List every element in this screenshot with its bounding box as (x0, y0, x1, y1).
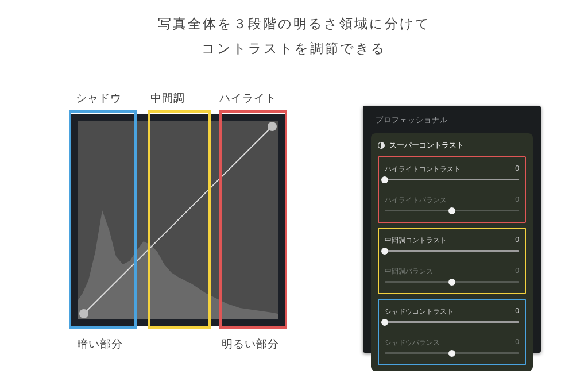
shadow-contrast-slider[interactable] (385, 321, 519, 323)
midtone-contrast-slider[interactable] (385, 250, 519, 252)
highlight-balance-value: 0 (515, 195, 519, 205)
contrast-icon (378, 142, 385, 149)
midtone-contrast-knob[interactable] (381, 248, 388, 255)
highlight-region-label: ハイライト (219, 91, 277, 106)
midtone-contrast-label: 中間調コントラスト (385, 236, 447, 245)
highlight-balance-slider[interactable] (385, 210, 519, 211)
shadow-contrast-label: シャドウコントラスト (385, 307, 454, 317)
shadow-balance-knob[interactable] (448, 350, 455, 357)
shadow-region-box (69, 110, 137, 329)
panel-header: プロフェッショナル (366, 115, 537, 133)
highlight-balance-label: ハイライトバランス (385, 195, 447, 205)
region-labels-bottom: 暗い部分 明るい部分 (69, 337, 287, 352)
highlight-contrast-value: 0 (515, 164, 519, 174)
midtone-contrast-value: 0 (515, 236, 519, 245)
super-contrast-section: スーパーコントラスト ハイライトコントラスト 0 ハイライトバランス 0 (371, 133, 533, 371)
dark-caption: 暗い部分 (77, 337, 123, 352)
headline-line-1: 写真全体を３段階の明るさ領域に分けて (0, 11, 588, 36)
headline-line-2: コントラストを調節できる (0, 36, 588, 61)
midtone-balance-slider[interactable] (385, 281, 519, 283)
highlight-balance-knob[interactable] (448, 207, 455, 214)
midtone-contrast-row: 中間調コントラスト 0 (381, 231, 523, 262)
bright-caption: 明るい部分 (222, 337, 279, 352)
shadow-contrast-row: シャドウコントラスト 0 (381, 302, 523, 333)
midtone-balance-knob[interactable] (448, 279, 455, 286)
shadow-slider-group: シャドウコントラスト 0 シャドウバランス 0 (378, 299, 526, 365)
midtone-balance-value: 0 (515, 267, 519, 276)
professional-panel: プロフェッショナル スーパーコントラスト ハイライトコントラスト 0 (363, 106, 541, 353)
highlight-contrast-label: ハイライトコントラスト (385, 164, 461, 174)
shadow-balance-value: 0 (515, 338, 519, 348)
midtone-balance-row: 中間調バランス 0 (381, 262, 523, 293)
highlight-contrast-slider[interactable] (385, 179, 519, 180)
section-title-label: スーパーコントラスト (389, 140, 464, 151)
midtone-region-label: 中間調 (150, 91, 219, 106)
highlight-slider-group: ハイライトコントラスト 0 ハイライトバランス 0 (378, 156, 526, 223)
shadow-balance-label: シャドウバランス (385, 338, 440, 348)
region-labels-top: シャドウ 中間調 ハイライト (69, 91, 299, 110)
highlight-contrast-knob[interactable] (381, 176, 388, 183)
shadow-contrast-value: 0 (515, 307, 519, 317)
midtone-balance-label: 中間調バランス (385, 267, 433, 276)
shadow-balance-row: シャドウバランス 0 (381, 333, 523, 364)
shadow-contrast-knob[interactable] (381, 319, 388, 326)
shadow-balance-slider[interactable] (385, 352, 519, 354)
midtone-region-box (148, 110, 211, 329)
section-title: スーパーコントラスト (378, 140, 526, 151)
shadow-region-label: シャドウ (76, 91, 150, 106)
tone-curve-figure: シャドウ 中間調 ハイライト (69, 91, 299, 329)
midtone-slider-group: 中間調コントラスト 0 中間調バランス 0 (378, 228, 526, 294)
headline: 写真全体を３段階の明るさ領域に分けて コントラストを調節できる (0, 11, 588, 60)
highlight-contrast-row: ハイライトコントラスト 0 (381, 160, 523, 191)
highlight-balance-row: ハイライトバランス 0 (381, 191, 523, 222)
highlight-region-box (219, 110, 287, 329)
